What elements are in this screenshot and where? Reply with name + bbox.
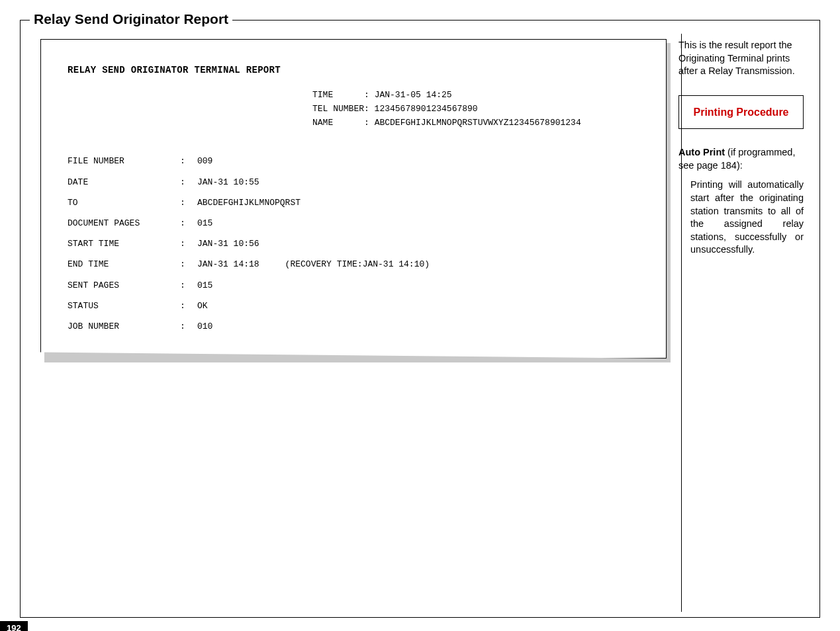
report-row: SENT PAGES:015 — [68, 275, 639, 296]
auto-print-line: Auto Print (if programmed, see page 184)… — [678, 146, 804, 172]
row-value: ABCDEFGHIJKLMNOPQRST — [197, 192, 301, 213]
sidebar-intro: This is the result report the Originatin… — [678, 39, 804, 78]
row-colon: : — [180, 275, 197, 296]
report-row: START TIME:JAN-31 10:56 — [68, 233, 639, 254]
auto-print-body: Printing will automatically start after … — [690, 179, 804, 256]
report-row: DOCUMENT PAGES:015 — [68, 213, 639, 233]
report-row: END TIME:JAN-31 14:18 (RECOVERY TIME:JAN… — [68, 254, 639, 274]
report-title: RELAY SEND ORIGINATOR TERMINAL REPORT — [68, 65, 639, 75]
report-rows: FILE NUMBER:009 DATE:JAN-31 10:55 TO:ABC… — [68, 151, 639, 337]
report-meta: TIME : JAN-31-05 14:25 TEL NUMBER: 12345… — [312, 89, 639, 130]
row-label: SENT PAGES — [68, 275, 180, 296]
meta-time-label: TIME — [312, 90, 333, 100]
row-label: STATUS — [68, 296, 180, 316]
row-value: OK — [197, 296, 208, 316]
meta-time-value: : JAN-31-05 14:25 — [364, 90, 452, 100]
row-label: END TIME — [68, 254, 180, 274]
column-divider — [681, 34, 682, 612]
row-colon: : — [180, 172, 197, 192]
row-colon: : — [180, 213, 197, 233]
row-value: 015 — [197, 275, 212, 296]
row-colon: : — [180, 296, 197, 316]
row-value: 009 — [197, 151, 212, 171]
page-number: 192 — [0, 621, 28, 631]
meta-tel-label: TEL NUMBER — [312, 104, 364, 114]
page-frame: Relay Send Originator Report RELAY SEND … — [20, 20, 820, 618]
report-wrap: RELAY SEND ORIGINATOR TERMINAL REPORT TI… — [40, 39, 667, 358]
row-colon: : — [180, 316, 197, 337]
report-card: RELAY SEND ORIGINATOR TERMINAL REPORT TI… — [40, 39, 667, 358]
section-title: Relay Send Originator Report — [30, 11, 232, 27]
meta-name-label: NAME — [312, 118, 333, 128]
row-value: JAN-31 14:18 (RECOVERY TIME:JAN-31 14:10… — [197, 254, 430, 274]
report-row: DATE:JAN-31 10:55 — [68, 172, 639, 192]
meta-name-value: : ABCDEFGHIJKLMNOPQRSTUVWXYZ123456789012… — [364, 118, 581, 128]
row-value: JAN-31 10:56 — [197, 233, 259, 254]
row-label: DATE — [68, 172, 180, 192]
row-value: 015 — [197, 213, 212, 233]
content-row: RELAY SEND ORIGINATOR TERMINAL REPORT TI… — [21, 21, 819, 358]
row-value: 010 — [197, 316, 212, 337]
report-row: STATUS:OK — [68, 296, 639, 316]
printing-procedure-heading: Printing Procedure — [678, 95, 804, 130]
row-colon: : — [180, 151, 197, 171]
row-colon: : — [180, 192, 197, 213]
row-colon: : — [180, 254, 197, 274]
sidebar: This is the result report the Originatin… — [678, 39, 806, 358]
report-row: TO:ABCDEFGHIJKLMNOPQRST — [68, 192, 639, 213]
row-label: FILE NUMBER — [68, 151, 180, 171]
report-row: JOB NUMBER:010 — [68, 316, 639, 337]
row-value: JAN-31 10:55 — [197, 172, 259, 192]
row-label: JOB NUMBER — [68, 316, 180, 337]
auto-print-bold: Auto Print — [678, 147, 725, 157]
row-label: START TIME — [68, 233, 180, 254]
report-row: FILE NUMBER:009 — [68, 151, 639, 171]
row-label: TO — [68, 192, 180, 213]
meta-tel-value: : 12345678901234567890 — [364, 104, 478, 114]
row-colon: : — [180, 233, 197, 254]
row-label: DOCUMENT PAGES — [68, 213, 180, 233]
